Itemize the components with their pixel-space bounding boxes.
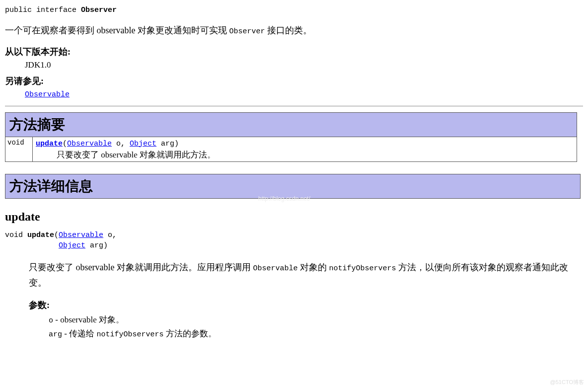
return-type: void	[5, 137, 33, 162]
param-list: o - observable 对象。 arg - 传递给 notifyObser…	[49, 314, 583, 340]
method-summary-table: 方法摘要 void update(Observable o, Object ar…	[5, 112, 577, 162]
method-link[interactable]: update	[36, 140, 63, 148]
sig-param-name: o,	[103, 231, 117, 239]
desc-text: 对象的	[297, 262, 329, 272]
param-desc: 传递给	[69, 329, 96, 338]
params-label: 参数:	[29, 300, 50, 310]
sig-open: (	[54, 231, 59, 239]
sig-name: update	[27, 231, 54, 239]
method-summary-desc: 只要改变了 observable 对象就调用此方法。	[57, 149, 574, 161]
method-heading: update	[5, 209, 583, 226]
see-also-link[interactable]: Observable	[25, 90, 70, 99]
sig-open: (	[63, 140, 67, 148]
method-link-text: update	[36, 140, 63, 148]
table-row: void update(Observable o, Object arg) 只要…	[5, 137, 577, 162]
see-also-label: 另请参见:	[5, 76, 44, 86]
detail-desc: 只要改变了 observable 对象就调用此方法。应用程序调用 Observa…	[29, 260, 583, 290]
divider	[5, 106, 583, 106]
since-value: JDK1.0	[25, 59, 583, 71]
summary-header: 方法摘要	[5, 113, 577, 137]
param-desc: observable 对象。	[60, 315, 124, 324]
param-name: o	[49, 316, 53, 325]
intro: 一个可在观察者要得到 observable 对象更改通知时可实现 Observe…	[5, 24, 583, 37]
interface-declaration: public interface Observer	[5, 5, 583, 15]
param-desc: 方法的参数。	[163, 329, 216, 338]
param-item: arg - 传递给 notifyObservers 方法的参数。	[49, 328, 583, 340]
desc-code: Observable	[253, 264, 297, 273]
desc-text: 只要改变了 observable 对象就调用此方法。应用程序调用	[29, 262, 253, 272]
param-type-link[interactable]: Object	[130, 140, 156, 148]
method-cell: update(Observable o, Object arg) 只要改变了 o…	[33, 137, 577, 162]
param-name: arg)	[156, 140, 179, 148]
meta-list: 从以下版本开始: JDK1.0 另请参见: Observable	[5, 46, 583, 100]
method-signature: void update(Observable o, Object arg)	[5, 230, 583, 251]
desc-code: notifyObservers	[329, 264, 396, 273]
summary-header-text: 方法摘要	[9, 117, 65, 132]
sig-param-name: arg)	[85, 241, 108, 250]
since-label: 从以下版本开始:	[5, 47, 71, 57]
sig-param-type-link[interactable]: Observable	[59, 231, 103, 239]
param-name: arg	[49, 330, 62, 339]
detail-body: 只要改变了 observable 对象就调用此方法。应用程序调用 Observa…	[29, 260, 583, 339]
param-sep: -	[62, 329, 69, 338]
intro-text-1: 一个可在观察者要得到 observable 对象更改通知时可实现	[5, 25, 229, 35]
param-name: o,	[112, 140, 130, 148]
param-sep: -	[53, 315, 60, 324]
decl-name: Observer	[81, 6, 117, 14]
param-type-link[interactable]: Observable	[67, 140, 112, 148]
decl-prefix: public interface	[5, 6, 81, 14]
param-item: o - observable 对象。	[49, 314, 583, 326]
sig-param-type-link[interactable]: Object	[59, 241, 85, 250]
param-code: notifyObservers	[96, 330, 163, 339]
intro-code: Observer	[229, 27, 265, 36]
detail-header: 方法详细信息	[5, 174, 581, 198]
sig-prefix: void	[5, 231, 27, 239]
detail-header-text: 方法详细信息	[9, 178, 93, 194]
intro-text-2: 接口的类。	[265, 25, 312, 35]
